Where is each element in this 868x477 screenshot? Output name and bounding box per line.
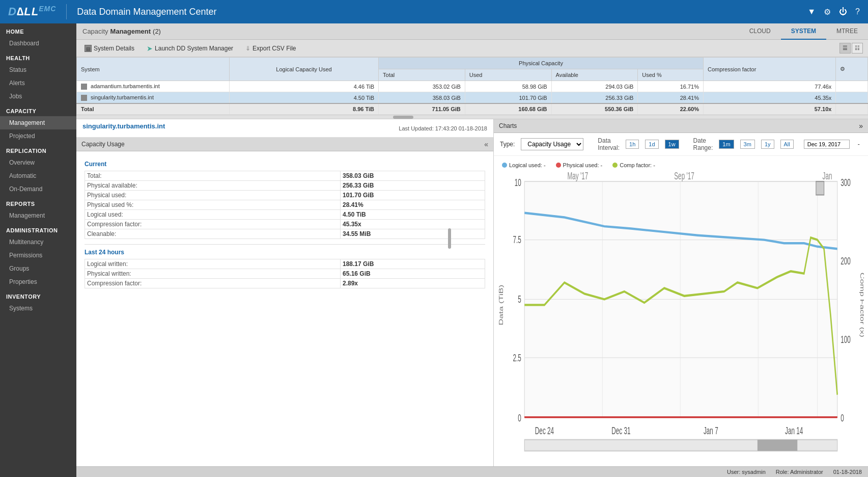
sidebar-item-management[interactable]: Management	[0, 116, 76, 129]
col-physical-capacity: Physical Capacity	[379, 58, 704, 69]
launch-dd-button[interactable]: ➤ Launch DD System Manager	[144, 43, 236, 54]
compression-val: 45.35x	[340, 220, 485, 229]
legend-comp-factor-label: Comp factor: -	[620, 162, 655, 168]
svg-text:5: 5	[518, 294, 521, 305]
breadcrumb: Capacity Management (2)	[76, 23, 739, 39]
compression-label: Compression factor:	[85, 220, 341, 229]
svg-text:2.5: 2.5	[513, 352, 521, 363]
last24-section-title: Last 24 hours	[85, 249, 485, 256]
sidebar-item-projected[interactable]: Projected	[0, 129, 76, 143]
sidebar-item-properties[interactable]: Properties	[0, 275, 76, 288]
total-t1: 711.05 GiB	[379, 103, 465, 115]
tab-cloud[interactable]: CLOUD	[739, 23, 781, 40]
total-label-cell: Total:	[85, 171, 341, 181]
total-t2: 160.68 GiB	[465, 103, 551, 115]
sidebar: HOME Dashboard HEALTH Status Alerts Jobs…	[0, 23, 76, 477]
row2-icon	[81, 95, 87, 101]
row1-name: adamantium.turbamentis.int	[77, 81, 230, 92]
header-divider	[66, 4, 67, 19]
settings-icon[interactable]: ⚙	[824, 7, 831, 17]
chart-svg: May '17 Sep '17 Jan 0 2.5 5 7.5 10	[498, 170, 864, 462]
toolbar: ▤ System Details ➤ Launch DD System Mana…	[76, 40, 868, 57]
range-1y-button[interactable]: 1y	[761, 140, 774, 149]
system-details-button[interactable]: ▤ System Details	[81, 44, 137, 53]
charts-panel-header: Charts »	[494, 119, 868, 133]
section-divider	[85, 244, 485, 245]
sidebar-item-dashboard[interactable]: Dashboard	[0, 37, 76, 50]
col-logical-used: Logical Capacity Used	[230, 58, 379, 81]
launch-dd-label: Launch DD System Manager	[155, 45, 233, 52]
col-total: Total	[379, 69, 465, 81]
logical-used-label: Logical used:	[85, 210, 341, 220]
interval-label: Data Interval:	[598, 137, 620, 151]
selected-system-name[interactable]: singularity.turbamentis.int	[82, 122, 165, 130]
filter-icon[interactable]: ▼	[807, 7, 816, 16]
help-icon[interactable]: ?	[855, 7, 860, 16]
svg-text:Jan 7: Jan 7	[704, 425, 718, 436]
row2-total: 358.03 GiB	[379, 92, 465, 104]
tab-mtree[interactable]: MTREE	[826, 23, 868, 40]
logical-used-val: 4.50 TiB	[340, 210, 485, 220]
col-available: Available	[551, 69, 638, 81]
panel-resize-handle[interactable]	[448, 228, 451, 249]
current-section-title: Current	[85, 161, 485, 168]
status-bar: User: sysadmin Role: Administrator 01-18…	[76, 466, 868, 477]
list-view-button[interactable]: ☰	[839, 43, 851, 54]
legend-logical-used-label: Logical used: -	[509, 162, 546, 168]
col-used-pct: Used %	[638, 69, 704, 81]
interval-1d-button[interactable]: 1d	[645, 140, 658, 149]
sidebar-item-reports-management[interactable]: Management	[0, 209, 76, 222]
svg-text:7.5: 7.5	[513, 234, 521, 245]
col-settings[interactable]: ⚙	[836, 58, 868, 81]
app-title: Data Domain Management Center	[77, 7, 807, 17]
table-scrollbar[interactable]	[76, 115, 868, 119]
bottom-split: singularity.turbamentis.int Last Updated…	[76, 119, 868, 466]
power-icon[interactable]: ⏻	[839, 7, 847, 16]
sidebar-section-health: HEALTH	[0, 50, 76, 63]
range-1m-button[interactable]: 1m	[719, 140, 734, 149]
sidebar-item-replication-overview[interactable]: Overview	[0, 156, 76, 169]
physical-written-val: 65.16 GiB	[340, 269, 485, 279]
grid-view-button[interactable]: ☷	[852, 43, 863, 54]
svg-text:300: 300	[841, 177, 851, 188]
range-3m-button[interactable]: 3m	[740, 140, 755, 149]
expand-chart-button[interactable]: »	[859, 122, 863, 130]
breadcrumb-prefix: Capacity	[82, 28, 108, 35]
svg-text:Dec 24: Dec 24	[535, 425, 554, 436]
row1-compression: 77.46x	[703, 81, 835, 92]
capacity-usage-title: Capacity Usage	[81, 141, 125, 148]
system-details-label: System Details	[94, 45, 134, 52]
sidebar-item-jobs[interactable]: Jobs	[0, 90, 76, 103]
capacity-usage-content: Current Total: 358.03 GiB Physical avail…	[76, 151, 493, 466]
phys-used-pct-label: Physical used %:	[85, 200, 341, 210]
date-from-input[interactable]	[804, 140, 850, 149]
range-label: Date Range:	[693, 137, 713, 151]
svg-text:10: 10	[515, 177, 521, 188]
sidebar-item-groups[interactable]: Groups	[0, 262, 76, 275]
sidebar-item-replication-ondemand[interactable]: On-Demand	[0, 182, 76, 196]
total-val-cell: 358.03 GiB	[340, 171, 485, 181]
table-row[interactable]: adamantium.turbamentis.int 4.46 TiB 353.…	[77, 81, 868, 92]
interval-1h-button[interactable]: 1h	[626, 140, 639, 149]
type-select[interactable]: Capacity Usage	[521, 138, 583, 150]
tab-system[interactable]: SYSTEM	[781, 23, 826, 40]
range-all-button[interactable]: All	[780, 140, 794, 149]
sidebar-item-multitenancy[interactable]: Multitenancy	[0, 235, 76, 249]
row1-used: 58.98 GiB	[465, 81, 551, 92]
collapse-left-button[interactable]: «	[484, 140, 488, 148]
sidebar-item-alerts[interactable]: Alerts	[0, 76, 76, 90]
export-csv-button[interactable]: ⇓ Export CSV File	[242, 44, 299, 53]
sidebar-item-replication-automatic[interactable]: Automatic	[0, 169, 76, 182]
interval-1w-button[interactable]: 1w	[665, 140, 679, 149]
sidebar-item-permissions[interactable]: Permissions	[0, 249, 76, 262]
svg-text:0: 0	[841, 412, 844, 423]
svg-text:100: 100	[841, 334, 851, 345]
total-t5: 57.10x	[703, 103, 835, 115]
sidebar-section-replication: REPLICATION	[0, 143, 76, 156]
table-row[interactable]: singularity.turbamentis.int 4.50 TiB 358…	[77, 92, 868, 104]
app-header: D∆LLEMC Data Domain Management Center ▼ …	[0, 0, 868, 23]
sidebar-item-status[interactable]: Status	[0, 63, 76, 76]
total-t4: 22.60%	[638, 103, 704, 115]
sidebar-item-systems[interactable]: Systems	[0, 302, 76, 315]
legend-comp-factor-dot	[612, 163, 618, 168]
